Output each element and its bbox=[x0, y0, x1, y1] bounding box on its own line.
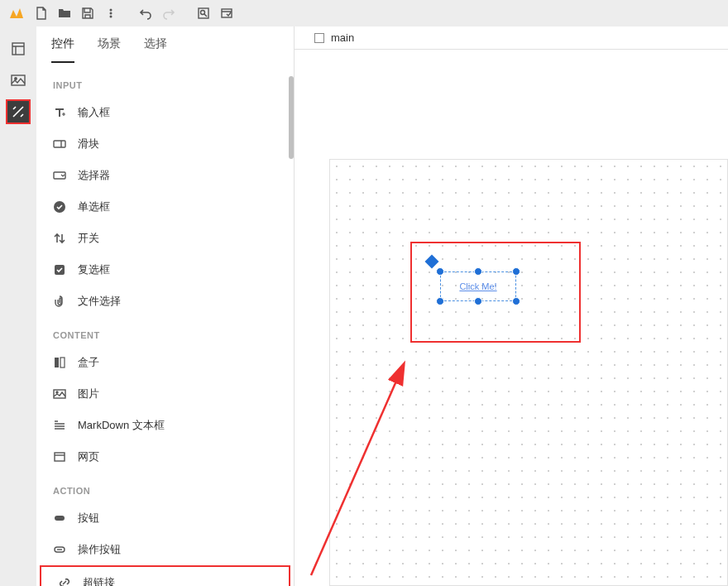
widget-label: 开关 bbox=[78, 231, 99, 246]
svg-point-1 bbox=[110, 12, 113, 15]
widget-label: 盒子 bbox=[78, 355, 99, 370]
webpage-icon bbox=[53, 450, 66, 464]
dropdown-icon bbox=[53, 169, 66, 182]
widget-label: MarkDown 文本框 bbox=[78, 418, 165, 433]
widget-label: 操作按钮 bbox=[78, 542, 121, 557]
widget-label: 按钮 bbox=[78, 511, 99, 526]
redo-button[interactable] bbox=[157, 2, 180, 25]
main-layout: 控件 场景 选择 INPUT 输入框 滑块 选择器 单选框 开关 复选框 文件选… bbox=[0, 26, 728, 586]
radio-icon bbox=[53, 200, 66, 214]
widget-markdown[interactable]: MarkDown 文本框 bbox=[36, 410, 294, 441]
widget-hyperlink[interactable]: 超链接 bbox=[40, 565, 290, 586]
tab-frame-icon bbox=[314, 33, 324, 43]
svg-rect-18 bbox=[55, 516, 65, 521]
widget-label: 输入框 bbox=[78, 105, 110, 120]
widget-label: 单选框 bbox=[78, 199, 110, 214]
canvas-tab-label: main bbox=[331, 31, 354, 44]
svg-point-2 bbox=[110, 16, 113, 18]
widget-label: 滑块 bbox=[78, 137, 99, 151]
preview-button[interactable] bbox=[192, 2, 215, 25]
markdown-icon bbox=[53, 419, 66, 432]
link-icon bbox=[58, 576, 71, 586]
svg-rect-13 bbox=[55, 358, 59, 367]
left-rail bbox=[0, 26, 36, 586]
widget-label: 超链接 bbox=[83, 575, 115, 586]
tab-scenes[interactable]: 场景 bbox=[98, 36, 121, 63]
checkbox-icon bbox=[53, 263, 66, 276]
new-file-button[interactable] bbox=[30, 2, 53, 25]
tab-select[interactable]: 选择 bbox=[144, 36, 167, 63]
canvas-body[interactable]: Click Me! bbox=[295, 50, 728, 586]
image-icon bbox=[53, 387, 66, 401]
tools-rail-item[interactable] bbox=[6, 99, 31, 124]
media-rail-item[interactable] bbox=[6, 68, 31, 93]
app-logo bbox=[7, 3, 26, 23]
widget-label: 选择器 bbox=[78, 168, 110, 183]
action-btn-icon bbox=[53, 543, 66, 556]
scrollbar-thumb[interactable] bbox=[289, 76, 294, 159]
widget-webpage[interactable]: 网页 bbox=[36, 441, 294, 473]
svg-rect-7 bbox=[12, 75, 25, 85]
panel-scroll[interactable]: INPUT 输入框 滑块 选择器 单选框 开关 复选框 文件选择 CONTENT… bbox=[36, 64, 294, 586]
widget-image[interactable]: 图片 bbox=[36, 378, 294, 410]
widget-button[interactable]: 按钮 bbox=[36, 502, 294, 534]
layout-rail-item[interactable] bbox=[6, 36, 31, 61]
svg-rect-17 bbox=[55, 453, 65, 461]
file-icon bbox=[53, 295, 66, 308]
widget-label: 图片 bbox=[78, 387, 99, 401]
section-header-content: CONTENT bbox=[36, 317, 294, 347]
svg-rect-14 bbox=[60, 358, 65, 367]
widget-label: 复选框 bbox=[78, 262, 110, 277]
canvas-tabs: main bbox=[295, 26, 728, 50]
button-icon bbox=[53, 512, 66, 525]
panel-tabs: 控件 场景 选择 bbox=[36, 26, 294, 64]
widget-dropdown[interactable]: 选择器 bbox=[36, 160, 294, 191]
hyperlink-node[interactable]: Click Me! bbox=[440, 271, 516, 301]
hyperlink-text: Click Me! bbox=[440, 271, 516, 301]
tab-widgets[interactable]: 控件 bbox=[51, 36, 74, 63]
widget-checkbox[interactable]: 复选框 bbox=[36, 254, 294, 286]
canvas-area: main Click Me! bbox=[295, 26, 728, 586]
form-button[interactable] bbox=[215, 2, 238, 25]
svg-point-16 bbox=[56, 391, 58, 393]
section-header-action: ACTION bbox=[36, 473, 294, 502]
slider-icon bbox=[53, 137, 66, 151]
svg-rect-3 bbox=[199, 8, 208, 18]
widget-file[interactable]: 文件选择 bbox=[36, 286, 294, 317]
widget-label: 网页 bbox=[78, 449, 99, 464]
box-icon bbox=[53, 356, 66, 369]
artboard[interactable] bbox=[329, 159, 728, 586]
svg-rect-9 bbox=[54, 141, 65, 147]
undo-button[interactable] bbox=[134, 2, 157, 25]
text-input-icon bbox=[53, 106, 66, 119]
side-panel: 控件 场景 选择 INPUT 输入框 滑块 选择器 单选框 开关 复选框 文件选… bbox=[36, 26, 295, 586]
widget-switch[interactable]: 开关 bbox=[36, 223, 294, 254]
widget-box[interactable]: 盒子 bbox=[36, 347, 294, 378]
switch-icon bbox=[53, 232, 66, 245]
svg-point-0 bbox=[110, 9, 113, 12]
top-toolbar bbox=[0, 0, 728, 26]
widget-text-input[interactable]: 输入框 bbox=[36, 97, 294, 128]
section-header-input: INPUT bbox=[36, 67, 294, 97]
open-file-button[interactable] bbox=[53, 2, 76, 25]
svg-point-8 bbox=[15, 78, 17, 79]
widget-action-button[interactable]: 操作按钮 bbox=[36, 534, 294, 565]
more-button[interactable] bbox=[99, 2, 122, 25]
widget-slider[interactable]: 滑块 bbox=[36, 128, 294, 160]
svg-rect-6 bbox=[12, 43, 24, 55]
widget-label: 文件选择 bbox=[78, 294, 121, 309]
save-button[interactable] bbox=[76, 2, 99, 25]
widget-radio[interactable]: 单选框 bbox=[36, 191, 294, 223]
svg-point-4 bbox=[201, 11, 205, 15]
canvas-tab-main[interactable]: main bbox=[303, 31, 366, 44]
